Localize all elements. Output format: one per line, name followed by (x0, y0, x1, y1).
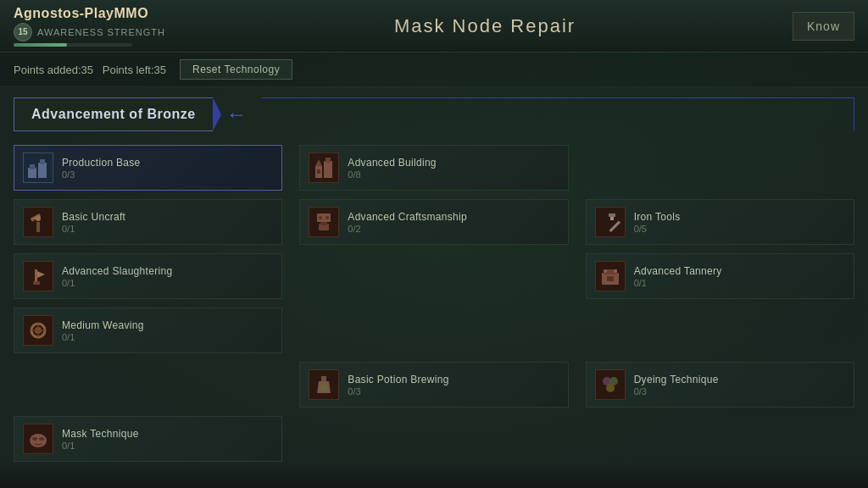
svg-point-12 (36, 216, 41, 221)
tech-node-basic-uncraft[interactable]: Basic Uncraft 0/1 (14, 199, 282, 245)
svg-rect-20 (609, 214, 615, 217)
awareness-label: Awareness Strength (37, 27, 165, 37)
tech-node-basic-potion-brewing[interactable]: Basic Potion Brewing 0/3 (299, 362, 568, 408)
tech-info: Advanced Building 0/8 (348, 157, 559, 180)
mask-technique-icon (23, 424, 53, 454)
category-title-box: Advancement of Bronze (14, 97, 213, 131)
tech-name: Medium Weaving (62, 319, 273, 331)
tech-count: 0/3 (62, 169, 273, 180)
tech-node-mask-technique[interactable]: Mask Technique 0/1 (14, 416, 282, 462)
svg-point-39 (32, 437, 37, 441)
tech-count: 0/1 (62, 224, 273, 234)
category-header: Advancement of Bronze ← (14, 97, 854, 131)
tech-info: Medium Weaving 0/1 (62, 319, 273, 342)
tech-node-dyeing-technique[interactable]: Dyeing Technique 0/3 (586, 362, 854, 408)
category-title: Advancement of Bronze (31, 107, 196, 121)
tech-count: 0/1 (62, 278, 273, 288)
dyeing-technique-icon (595, 369, 626, 400)
tech-count: 0/1 (62, 332, 273, 342)
svg-rect-8 (326, 158, 331, 163)
tech-name: Basic Potion Brewing (348, 374, 559, 385)
svg-rect-9 (317, 169, 320, 174)
svg-rect-1 (30, 164, 35, 169)
tech-node-advanced-tannery[interactable]: Advanced Tannery 0/1 (586, 253, 854, 299)
xp-bar (14, 43, 132, 47)
header-right: Know (770, 12, 854, 41)
iron-tools-icon (595, 207, 626, 237)
advanced-craftsmanship-icon (309, 207, 339, 237)
production-base-icon (23, 152, 53, 183)
svg-point-17 (326, 216, 329, 219)
svg-rect-23 (33, 281, 40, 285)
tech-name: Production Base (62, 157, 273, 169)
tech-node-empty-r0c2 (586, 145, 854, 191)
tech-name: Advanced Craftsmanship (348, 211, 559, 223)
tech-node-production-base[interactable]: Production Base 0/3 (14, 145, 282, 191)
svg-point-16 (319, 216, 322, 219)
svg-point-27 (604, 269, 607, 273)
svg-point-28 (614, 269, 617, 273)
tech-nodes-grid: Production Base 0/3 Advanced Building 0/… (14, 145, 854, 408)
tech-node-empty-r2c1 (299, 253, 568, 299)
tech-info: Production Base 0/3 (62, 157, 273, 180)
svg-rect-3 (40, 159, 45, 164)
tech-info: Advanced Craftsmanship 0/2 (348, 211, 559, 234)
advanced-tannery-icon (595, 261, 626, 291)
player-info: Agnostos-PlayMMO 15 Awareness Strength (14, 6, 200, 47)
svg-rect-26 (607, 276, 614, 281)
tech-tree: Advancement of Bronze ← Production Base … (0, 87, 868, 472)
svg-point-37 (606, 384, 615, 392)
medium-weaving-icon (23, 315, 53, 346)
tech-node-advanced-building[interactable]: Advanced Building 0/8 (299, 145, 568, 191)
level-row: 15 Awareness Strength (14, 23, 200, 42)
tech-name: Basic Uncraft (62, 211, 273, 223)
tech-info: Mask Technique 0/1 (62, 428, 273, 451)
category-connector (262, 97, 854, 131)
tech-name: Iron Tools (634, 211, 845, 223)
tech-info: Basic Potion Brewing 0/3 (348, 374, 559, 396)
tech-count: 0/2 (348, 224, 559, 234)
basic-uncraft-icon (23, 207, 53, 237)
svg-rect-11 (36, 222, 40, 232)
svg-point-40 (39, 437, 44, 441)
tech-count: 0/3 (634, 386, 845, 396)
svg-rect-2 (38, 163, 47, 178)
header-center: Mask Node Repair (200, 15, 770, 37)
svg-rect-21 (35, 269, 37, 283)
header: Agnostos-PlayMMO 15 Awareness Strength M… (0, 0, 868, 53)
tech-info: Basic Uncraft 0/1 (62, 211, 273, 234)
player-name: Agnostos-PlayMMO (14, 6, 200, 21)
tech-info: Iron Tools 0/5 (634, 211, 845, 234)
svg-rect-15 (320, 222, 327, 225)
tech-node-empty-r3c1 (299, 308, 568, 353)
points-bar: Points added:35 Points left:35 Reset Tec… (0, 53, 868, 87)
tech-name: Advanced Building (348, 157, 559, 169)
svg-rect-18 (609, 221, 620, 232)
advanced-slaughtering-icon (23, 261, 53, 291)
tech-count: 0/5 (634, 224, 845, 234)
tech-name: Advanced Tannery (634, 265, 845, 277)
tech-info: Advanced Slaughtering 0/1 (62, 265, 273, 288)
tech-name: Dyeing Technique (634, 374, 845, 385)
advanced-building-icon (309, 152, 339, 183)
tech-node-iron-tools[interactable]: Iron Tools 0/5 (586, 199, 854, 245)
svg-marker-6 (315, 159, 322, 166)
svg-rect-7 (324, 161, 332, 178)
basic-potion-brewing-icon (309, 369, 339, 400)
reset-technology-button[interactable]: Reset Technology (180, 59, 292, 80)
tech-count: 0/1 (634, 278, 845, 288)
scroll-hint (0, 463, 868, 488)
xp-bar-fill (14, 43, 67, 47)
tech-node-advanced-slaughtering[interactable]: Advanced Slaughtering 0/1 (14, 253, 282, 299)
level-badge: 15 (14, 23, 32, 42)
tech-info: Advanced Tannery 0/1 (634, 265, 845, 288)
tech-count: 0/8 (348, 169, 559, 180)
tech-node-advanced-craftsmanship[interactable]: Advanced Craftsmanship 0/2 (299, 199, 568, 245)
tech-name: Mask Technique (62, 428, 273, 440)
svg-marker-22 (37, 271, 45, 278)
tech-node-medium-weaving[interactable]: Medium Weaving 0/1 (14, 308, 282, 353)
tech-node-empty-r3c2 (586, 308, 854, 353)
know-tab[interactable]: Know (793, 12, 854, 41)
tech-info: Dyeing Technique 0/3 (634, 374, 845, 396)
page-title: Mask Node Repair (394, 15, 576, 37)
